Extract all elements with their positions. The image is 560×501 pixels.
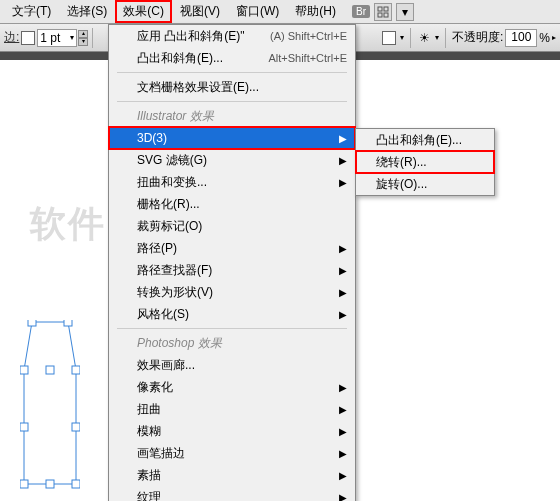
sun-icon[interactable]: ☀: [417, 30, 433, 46]
grid-icon[interactable]: [374, 3, 392, 21]
submenu-arrow-icon: ▶: [339, 265, 347, 276]
svg-rect-11: [72, 423, 80, 431]
ps-item-1[interactable]: 像素化▶: [109, 376, 355, 398]
svg-rect-8: [46, 366, 54, 374]
submenu-arrow-icon: ▶: [339, 243, 347, 254]
separator: [445, 28, 446, 48]
step-down-icon[interactable]: ▾: [78, 38, 88, 46]
ai-item-0[interactable]: 3D(3)▶: [109, 127, 355, 149]
menu-header-illustrator: Illustrator 效果: [109, 105, 355, 127]
ai-item-8[interactable]: 风格化(S)▶: [109, 303, 355, 325]
svg-rect-1: [384, 7, 388, 11]
separator: [117, 72, 347, 73]
svg-rect-2: [378, 13, 382, 17]
separator: [410, 28, 411, 48]
svg-rect-13: [64, 320, 72, 326]
selected-shape[interactable]: [20, 320, 80, 490]
menu-effect[interactable]: 效果(C): [115, 0, 172, 23]
menu-help[interactable]: 帮助(H): [287, 0, 344, 23]
menu-last-effect[interactable]: 凸出和斜角(E)... Alt+Shift+Ctrl+E: [109, 47, 355, 69]
menubar: 文字(T) 选择(S) 效果(C) 视图(V) 窗口(W) 帮助(H) Br ▾: [0, 0, 560, 24]
submenu-arrow-icon: ▶: [339, 382, 347, 393]
menu-view[interactable]: 视图(V): [172, 0, 228, 23]
submenu-arrow-icon: ▶: [339, 309, 347, 320]
ai-item-5[interactable]: 路径(P)▶: [109, 237, 355, 259]
menu-raster-settings[interactable]: 文档栅格效果设置(E)...: [109, 76, 355, 98]
stroke-swatch[interactable]: [21, 31, 35, 45]
submenu-arrow-icon: ▶: [339, 492, 347, 502]
ps-item-4[interactable]: 画笔描边▶: [109, 442, 355, 464]
svg-rect-12: [28, 320, 36, 326]
swatch-icon[interactable]: [382, 31, 396, 45]
ai-item-3[interactable]: 栅格化(R)...: [109, 193, 355, 215]
ai-item-4[interactable]: 裁剪标记(O): [109, 215, 355, 237]
submenu-arrow-icon: ▶: [339, 448, 347, 459]
svg-rect-7: [72, 480, 80, 488]
svg-rect-3: [384, 13, 388, 17]
submenu-3d: 凸出和斜角(E)...绕转(R)...旋转(O)...: [355, 128, 495, 196]
sub-item-2[interactable]: 旋转(O)...: [356, 173, 494, 195]
separator: [117, 101, 347, 102]
sub-item-1[interactable]: 绕转(R)...: [356, 151, 494, 173]
menu-header-photoshop: Photoshop 效果: [109, 332, 355, 354]
ai-item-7[interactable]: 转换为形状(V)▶: [109, 281, 355, 303]
submenu-arrow-icon: ▶: [339, 470, 347, 481]
stroke-label: 边:: [4, 29, 19, 46]
step-up-icon[interactable]: ▴: [78, 30, 88, 38]
ps-item-3[interactable]: 模糊▶: [109, 420, 355, 442]
stroke-width-input[interactable]: 1 pt ▾: [37, 29, 77, 47]
ps-item-6[interactable]: 纹理▶: [109, 486, 355, 501]
percent-label: %: [539, 31, 550, 45]
ai-item-6[interactable]: 路径查找器(F)▶: [109, 259, 355, 281]
svg-rect-10: [20, 423, 28, 431]
svg-rect-0: [378, 7, 382, 11]
opacity-input[interactable]: 100: [505, 29, 537, 47]
menu-apply-effect[interactable]: 应用 凸出和斜角(E)" (A) Shift+Ctrl+E: [109, 25, 355, 47]
effect-dropdown: 应用 凸出和斜角(E)" (A) Shift+Ctrl+E 凸出和斜角(E)..…: [108, 24, 356, 501]
ai-item-2[interactable]: 扭曲和变换...▶: [109, 171, 355, 193]
ai-item-1[interactable]: SVG 滤镜(G)▶: [109, 149, 355, 171]
separator: [92, 28, 93, 48]
svg-rect-9: [46, 480, 54, 488]
submenu-arrow-icon: ▶: [339, 426, 347, 437]
submenu-arrow-icon: ▶: [339, 177, 347, 188]
opacity-label: 不透明度:: [452, 29, 503, 46]
ps-item-0[interactable]: 效果画廊...: [109, 354, 355, 376]
svg-rect-6: [20, 480, 28, 488]
menu-window[interactable]: 窗口(W): [228, 0, 287, 23]
dropdown-icon[interactable]: ▾: [396, 3, 414, 21]
stroke-width-value: 1 pt: [40, 31, 60, 45]
separator: [117, 328, 347, 329]
bridge-button[interactable]: Br: [352, 5, 370, 18]
submenu-arrow-icon: ▶: [339, 287, 347, 298]
submenu-arrow-icon: ▶: [339, 155, 347, 166]
submenu-arrow-icon: ▶: [339, 404, 347, 415]
chevron-right-icon[interactable]: ▸: [552, 33, 556, 42]
menu-text[interactable]: 文字(T): [4, 0, 59, 23]
menu-select[interactable]: 选择(S): [59, 0, 115, 23]
sub-item-0[interactable]: 凸出和斜角(E)...: [356, 129, 494, 151]
ps-item-5[interactable]: 素描▶: [109, 464, 355, 486]
svg-rect-4: [20, 366, 28, 374]
ps-item-2[interactable]: 扭曲▶: [109, 398, 355, 420]
submenu-arrow-icon: ▶: [339, 133, 347, 144]
svg-rect-5: [72, 366, 80, 374]
